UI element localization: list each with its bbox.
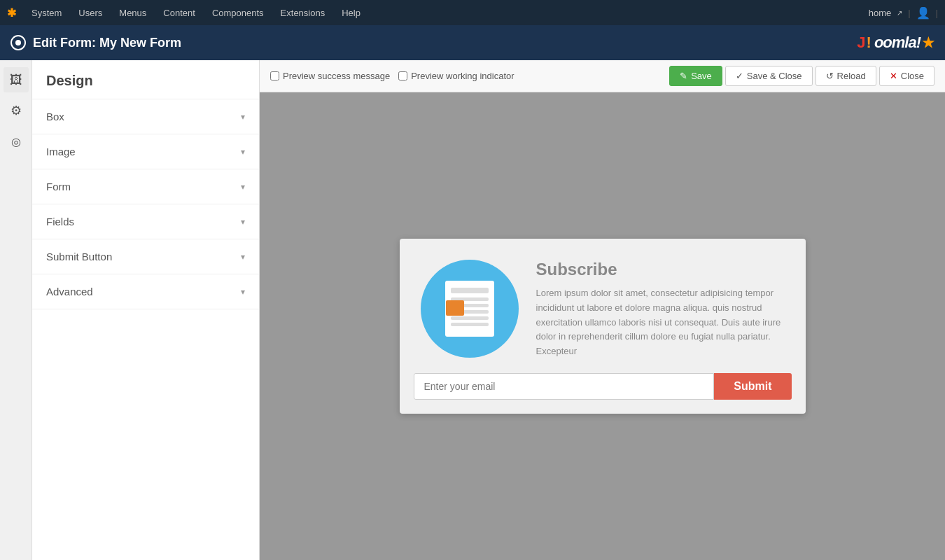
chevron-form: ▾ bbox=[241, 182, 245, 192]
sidebar-section-advanced[interactable]: Advanced ▾ bbox=[32, 274, 259, 309]
joomla-logo: J! oomla! ★ bbox=[857, 34, 934, 52]
user-icon[interactable]: 👤 bbox=[916, 6, 930, 20]
iconbar-target[interactable]: ◎ bbox=[4, 129, 29, 154]
sidebar-label-advanced: Advanced bbox=[46, 286, 93, 298]
nav-system[interactable]: System bbox=[24, 5, 69, 21]
close-icon: ✕ bbox=[890, 71, 897, 81]
save-icon: ✎ bbox=[680, 71, 687, 81]
top-right: home ↗ | 👤 | bbox=[869, 6, 938, 20]
close-button[interactable]: ✕ Close bbox=[879, 66, 934, 86]
sidebar-section-fields[interactable]: Fields ▾ bbox=[32, 204, 259, 239]
sidebar: Design Box ▾ Image ▾ Form ▾ Fields ▾ Sub… bbox=[32, 60, 260, 560]
title-icon bbox=[10, 35, 26, 50]
sidebar-label-submit: Submit Button bbox=[46, 251, 112, 262]
save-close-label: Save & Close bbox=[747, 71, 802, 81]
sidebar-section-form[interactable]: Form ▾ bbox=[32, 169, 259, 204]
save-close-button[interactable]: ✓ Save & Close bbox=[725, 66, 813, 86]
sidebar-title: Design bbox=[32, 60, 259, 99]
preview-success-checkbox[interactable] bbox=[270, 71, 279, 80]
close-label: Close bbox=[901, 71, 924, 81]
nav-items: System Users Menus Content Components Ex… bbox=[24, 5, 869, 21]
subscribe-icon-circle bbox=[421, 260, 519, 358]
subscribe-text-area: Subscribe Lorem ipsum dolor sit amet, co… bbox=[536, 260, 785, 359]
toolbar-buttons: ✎ Save ✓ Save & Close ↺ Reload ✕ Close bbox=[669, 66, 934, 86]
gear-icon: ⚙ bbox=[10, 103, 22, 118]
nav-content[interactable]: Content bbox=[156, 5, 202, 21]
sidebar-section-image[interactable]: Image ▾ bbox=[32, 134, 259, 169]
subscribe-icon-inner bbox=[442, 281, 498, 337]
reload-label: Reload bbox=[837, 71, 866, 81]
save-label: Save bbox=[691, 71, 712, 81]
sidebar-label-image: Image bbox=[46, 146, 76, 158]
subscribe-form: Submit bbox=[400, 373, 806, 414]
title-bar: Edit Form: My New Form J! oomla! ★ bbox=[0, 25, 945, 60]
chevron-submit: ▾ bbox=[241, 252, 245, 262]
news-square-icon bbox=[446, 300, 464, 316]
save-button[interactable]: ✎ Save bbox=[669, 66, 722, 86]
nav-components[interactable]: Components bbox=[205, 5, 271, 21]
subscribe-top: Subscribe Lorem ipsum dolor sit amet, co… bbox=[400, 239, 806, 373]
toolbar: Preview success message Preview working … bbox=[260, 60, 945, 92]
subscribe-card: Subscribe Lorem ipsum dolor sit amet, co… bbox=[400, 239, 806, 414]
subscribe-body: Lorem ipsum dolor sit amet, consectetur … bbox=[536, 286, 785, 359]
preview-success-text: Preview success message bbox=[283, 71, 390, 81]
preview-working-label[interactable]: Preview working indicator bbox=[398, 71, 514, 81]
chevron-box: ▾ bbox=[241, 112, 245, 122]
check-icon: ✓ bbox=[736, 71, 743, 81]
joomla-icon: J! bbox=[857, 34, 872, 52]
page-title: Edit Form: My New Form bbox=[33, 36, 181, 50]
sidebar-section-submit[interactable]: Submit Button ▾ bbox=[32, 239, 259, 274]
reload-button[interactable]: ↺ Reload bbox=[816, 66, 876, 86]
separator: | bbox=[908, 8, 910, 18]
preview-success-label[interactable]: Preview success message bbox=[270, 71, 390, 81]
nav-users[interactable]: Users bbox=[71, 5, 109, 21]
nav-menus[interactable]: Menus bbox=[112, 5, 153, 21]
nav-help[interactable]: Help bbox=[335, 5, 368, 21]
joomla-text: oomla! bbox=[874, 34, 920, 52]
iconbar-settings[interactable]: ⚙ bbox=[4, 98, 29, 123]
submit-button[interactable]: Submit bbox=[714, 373, 791, 400]
chevron-image: ▾ bbox=[241, 147, 245, 157]
reload-icon: ↺ bbox=[826, 71, 834, 81]
sidebar-section-box[interactable]: Box ▾ bbox=[32, 99, 259, 134]
icon-bar: 🖼 ⚙ ◎ bbox=[0, 60, 32, 560]
subscribe-title: Subscribe bbox=[536, 260, 785, 279]
j-orange: ! bbox=[867, 34, 872, 52]
chevron-advanced: ▾ bbox=[241, 287, 245, 297]
joomla-star: ★ bbox=[922, 34, 934, 51]
iconbar-image[interactable]: 🖼 bbox=[4, 67, 29, 92]
preview-working-text: Preview working indicator bbox=[411, 71, 514, 81]
joomla-logo-nav: ✱ bbox=[7, 6, 16, 20]
sidebar-label-form: Form bbox=[46, 181, 71, 192]
sidebar-label-box: Box bbox=[46, 111, 64, 122]
email-input[interactable] bbox=[414, 373, 715, 400]
external-link-icon: ↗ bbox=[897, 9, 902, 17]
separator2: | bbox=[936, 8, 938, 18]
chevron-fields: ▾ bbox=[241, 217, 245, 227]
main-layout: 🖼 ⚙ ◎ Design Box ▾ Image ▾ Form ▾ Fields… bbox=[0, 60, 945, 560]
target-icon: ◎ bbox=[11, 135, 21, 148]
main-content: Preview success message Preview working … bbox=[260, 60, 945, 560]
preview-area: Subscribe Lorem ipsum dolor sit amet, co… bbox=[260, 92, 945, 560]
sidebar-label-fields: Fields bbox=[46, 216, 74, 227]
top-navbar: ✱ System Users Menus Content Components … bbox=[0, 0, 945, 25]
j-red: J bbox=[857, 34, 865, 52]
image-icon: 🖼 bbox=[10, 73, 22, 88]
home-link[interactable]: home bbox=[869, 8, 892, 18]
nav-extensions[interactable]: Extensions bbox=[274, 5, 332, 21]
preview-working-checkbox[interactable] bbox=[398, 71, 407, 80]
